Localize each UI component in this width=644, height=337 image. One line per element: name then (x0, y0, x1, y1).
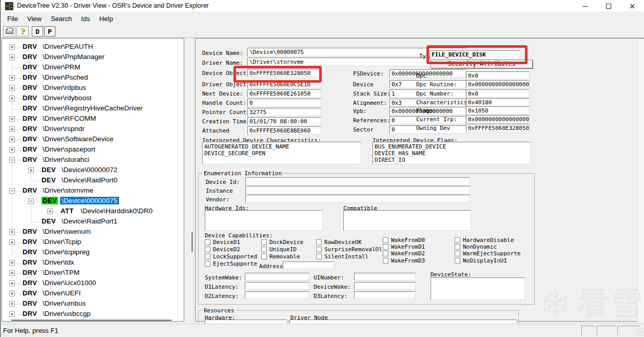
expand-icon[interactable] (9, 291, 15, 296)
compatible-list[interactable] (343, 210, 471, 231)
checkbox-unchecked-icon[interactable] (316, 247, 322, 252)
driver-view-button[interactable]: D (32, 26, 43, 36)
address-value[interactable] (283, 261, 334, 269)
checkbox-unchecked-icon[interactable] (205, 261, 210, 267)
tree-item-label[interactable]: \Driver\storahci (41, 156, 91, 163)
tree-item[interactable]: DRV\Driver\tdx (2, 257, 184, 268)
tree-item-label[interactable]: \Driver\PEAUTH (41, 43, 94, 50)
field-value[interactable]: 0 (247, 99, 321, 107)
expand-icon[interactable] (9, 137, 15, 142)
expand-icon[interactable] (9, 85, 15, 91)
expand-icon[interactable] (9, 239, 15, 245)
tree-item-label[interactable]: \Device\00000072 (60, 166, 119, 174)
tree-hscrollbar[interactable] (11, 320, 171, 321)
tree-item-label[interactable]: \Device\Harddisk0\DR0 (79, 207, 154, 215)
tree-item-label[interactable]: \Driver\umbus (41, 299, 87, 307)
help-button[interactable]: ? (16, 26, 29, 36)
collapse-icon[interactable] (9, 157, 15, 163)
tree-item-label[interactable]: \Device\RaidPort1 (60, 217, 119, 225)
collapse-icon[interactable] (9, 188, 15, 194)
checkbox-unchecked-icon[interactable] (383, 244, 388, 250)
tree-item-label[interactable]: \Driver\rdyboost (41, 94, 93, 102)
checkbox-unchecked-icon[interactable] (261, 247, 267, 252)
tree-item[interactable]: DRV\Driver\PEAUTH (2, 42, 184, 52)
field-value[interactable]: 0x0000000000000000 (466, 115, 530, 123)
expand-icon[interactable] (9, 126, 15, 132)
menu-help[interactable]: Help (94, 13, 118, 24)
field-value[interactable]: 0x1050 (466, 106, 530, 115)
tree-item-label[interactable]: \Driver\TPM (41, 269, 81, 276)
expand-icon[interactable] (9, 75, 15, 81)
pnp-view-button[interactable]: P (44, 26, 55, 36)
uinumber-value[interactable] (354, 273, 416, 280)
menu-search[interactable]: Search (46, 13, 76, 24)
instance-value[interactable] (245, 186, 470, 194)
panel-scrollbar[interactable] (637, 39, 644, 322)
field-value[interactable]: 0xFFFFE5060E328050 (466, 124, 530, 132)
tree-item-label[interactable]: \Driver\RegistryHiveCacheDriver (41, 104, 144, 112)
tree-item[interactable]: DRV\Driver\Tcpip (2, 237, 184, 247)
tree-item-label[interactable]: \Driver\SoftwareDevice (41, 135, 115, 143)
field-value[interactable]: 01/01/70 08:00:00 (247, 117, 321, 125)
expand-icon[interactable] (9, 280, 15, 286)
tree-item[interactable]: DRV\Driver\rspndr (2, 124, 184, 134)
checkbox-unchecked-icon[interactable] (455, 251, 460, 256)
tree-item[interactable]: DEV\Device\00000075 (2, 196, 184, 206)
tree-item-label[interactable]: \Driver\tdx (41, 258, 76, 266)
menu-ids[interactable]: Ids (76, 13, 94, 24)
menu-view[interactable]: View (23, 13, 46, 24)
tree-item[interactable]: DRV\Driver\RFCOMM (2, 114, 184, 124)
expand-icon[interactable] (9, 301, 15, 307)
field-value[interactable]: 0xFFFFE5060E261050 (247, 89, 321, 98)
print-button[interactable] (3, 26, 15, 36)
tree-item[interactable]: DEV\Device\RaidPort1 (2, 216, 184, 227)
expand-icon[interactable] (28, 167, 34, 173)
vendor-value[interactable] (245, 195, 470, 203)
tree-item-label[interactable]: \Driver\rdpbus (41, 84, 88, 91)
tree-item[interactable]: DRV\Driver\RegistryHiveCacheDriver (2, 103, 184, 114)
checkbox-unchecked-icon[interactable] (455, 244, 460, 250)
menu-file[interactable]: File (3, 13, 23, 24)
tree-item-label[interactable]: \Driver\Tcpip (41, 238, 83, 246)
tree-item-label[interactable]: \Driver\RFCOMM (41, 115, 97, 122)
expand-icon[interactable] (9, 96, 15, 101)
checkbox-unchecked-icon[interactable] (455, 237, 460, 243)
checkbox-unchecked-icon[interactable] (261, 254, 267, 259)
tree-item[interactable]: DRV\Driver\stornvme (2, 185, 184, 196)
tree-item[interactable]: DRV\Driver\rdpbus (2, 83, 184, 93)
tree-item-label[interactable]: \Driver\tcpipreg (41, 248, 91, 256)
tree-item[interactable]: DEV\Device\00000072 (2, 165, 184, 175)
expand-icon[interactable] (9, 116, 15, 122)
expand-icon[interactable] (9, 147, 15, 153)
tree-item[interactable]: DRV\Driver\PRM (2, 62, 184, 72)
checkbox-unchecked-icon[interactable] (383, 258, 388, 264)
tree-item[interactable]: DRV\Driver\rdyboost (2, 93, 184, 103)
tree-item[interactable]: DRV\Driver\Ucx01000 (2, 278, 184, 288)
tree-item-label[interactable]: \Driver\swenum (41, 228, 92, 235)
tree-item[interactable]: DRV\Driver\spaceport (2, 144, 184, 155)
expand-icon[interactable] (9, 54, 15, 60)
checkbox-unchecked-icon[interactable] (316, 239, 322, 245)
checkbox-unchecked-icon[interactable] (205, 239, 210, 245)
field-value[interactable]: 0xFFFFE5060E8BE060 (247, 126, 321, 135)
tree-item-label[interactable]: \Driver\usbccgp (41, 310, 92, 317)
checkbox-unchecked-icon[interactable] (261, 239, 267, 245)
tree-item[interactable]: DRV\Driver\PnpManager (2, 52, 184, 62)
checkbox-unchecked-icon[interactable] (383, 251, 388, 256)
checkbox-unchecked-icon[interactable] (383, 237, 388, 243)
expand-icon[interactable] (9, 311, 15, 317)
checkbox-unchecked-icon[interactable] (205, 254, 210, 259)
tree-item-label[interactable]: \Driver\Psched (41, 73, 90, 81)
tree-item[interactable]: DRV\Driver\tcpipreg (2, 247, 184, 257)
tree-item-label[interactable]: \Driver\rspndr (41, 125, 86, 133)
expand-icon[interactable] (9, 260, 15, 266)
expand-icon[interactable] (47, 209, 53, 214)
systemwake-value[interactable] (245, 273, 309, 280)
maximize-button[interactable] (597, 0, 620, 12)
collapse-icon[interactable] (28, 198, 34, 204)
expand-icon[interactable] (9, 270, 15, 276)
checkbox-unchecked-icon[interactable] (205, 247, 210, 252)
tree-item-label[interactable]: \Device\RaidPort0 (60, 176, 119, 184)
d2latency-value[interactable] (245, 291, 309, 299)
field-value[interactable]: 32775 (247, 108, 321, 116)
